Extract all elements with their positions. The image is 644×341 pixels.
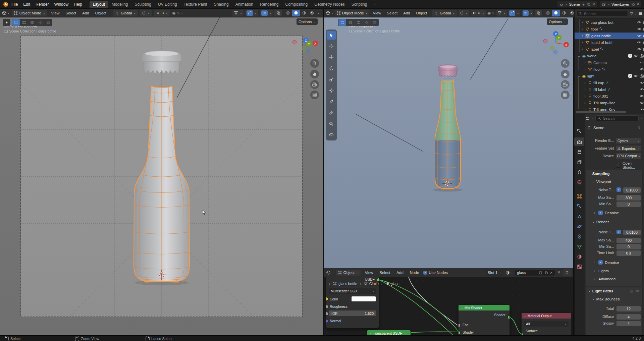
menu-render[interactable]: Render (33, 2, 51, 7)
props-tab-tool[interactable] (574, 127, 584, 135)
max-bounces-header[interactable]: ⌄Max Bounces (592, 297, 639, 301)
breadcrumb-object[interactable]: glass bottle (338, 282, 357, 286)
lights-subpanel[interactable]: ›Lights (593, 269, 609, 273)
advanced-subpanel[interactable]: ›Advanced (593, 277, 615, 281)
new-scene-icon[interactable] (587, 2, 591, 6)
hide-eye-icon[interactable] (637, 40, 641, 45)
nav-gizmo-left[interactable]: Z Y X (288, 32, 322, 59)
tool-extra[interactable] (327, 130, 336, 139)
sidebar-collapse-icon[interactable]: ‹ (570, 91, 572, 95)
outliner-row-floor-001[interactable]: › floor.001 (575, 93, 644, 99)
overlays-toggle-left[interactable]: ⌄ (260, 10, 273, 16)
select-extend-mode[interactable] (44, 19, 52, 26)
tab-shading[interactable]: Shading (211, 1, 232, 8)
outliner-row-liquid[interactable]: › liquid of bottl (575, 39, 644, 46)
color-input-socket[interactable] (326, 297, 328, 301)
camera-view-button-left[interactable] (310, 80, 319, 89)
use-nodes-checkbox[interactable]: ✓ (423, 271, 427, 275)
hide-eye-icon[interactable] (637, 27, 641, 31)
sampling-panel-header[interactable]: ⌄Sampling ∷∷ (588, 172, 639, 176)
material-browse[interactable]: ⌄ (505, 271, 513, 275)
outliner-search-input[interactable] (576, 11, 628, 16)
props-tab-viewlayer[interactable] (574, 158, 584, 166)
collection-checkbox[interactable]: ✓ (628, 54, 632, 58)
tool-rotate[interactable] (327, 64, 336, 73)
fake-user-icon[interactable] (539, 271, 542, 275)
props-tab-material[interactable] (574, 252, 584, 261)
tool-scale[interactable] (327, 75, 336, 84)
select-lasso-mode[interactable] (363, 19, 370, 26)
xray-toggle-left[interactable] (274, 10, 282, 16)
new-viewlayer-icon[interactable] (631, 2, 635, 6)
shading-solid-right[interactable] (552, 10, 560, 16)
open-shading-checkbox[interactable] (616, 163, 621, 168)
color-swatch[interactable] (351, 296, 376, 302)
preset-icon[interactable]: ☰ (636, 220, 639, 224)
props-tab-physics[interactable] (574, 222, 584, 231)
total-value[interactable]: 12 (616, 306, 641, 311)
select-box-mode[interactable] (12, 19, 20, 26)
outliner-row-label[interactable]: › label (575, 46, 644, 52)
bsdf-output-socket[interactable] (377, 278, 379, 282)
node-canvas[interactable]: BSDF Multiscatter GGX⌄ Color Roughness I… (324, 277, 573, 335)
viewlayer-selector[interactable]: ⌄ ViewLayer ✕ (600, 1, 641, 7)
editor-type-viewport-left[interactable]: ⌄ (2, 11, 10, 15)
collection-checkbox[interactable]: ✓ (628, 74, 632, 78)
nav-gizmo-right[interactable]: Z Y X (539, 31, 573, 58)
snap-group-left[interactable]: ∷⌄ (154, 10, 170, 16)
output-target-dropdown[interactable]: All⌄ (524, 321, 569, 327)
shading-wireframe-left[interactable] (284, 10, 292, 16)
shader-menu-select[interactable]: Select (377, 271, 392, 275)
snap-group-right[interactable]: ∷⌄ (471, 10, 486, 16)
hide-eye-icon[interactable] (640, 87, 644, 92)
overlays-toggle-right[interactable]: ⌄ (522, 10, 534, 16)
props-tab-texture[interactable] (574, 262, 584, 271)
menu-edit[interactable]: Edit (20, 2, 33, 7)
vp-left-menu-view[interactable]: View (49, 11, 62, 15)
pan-button-right[interactable] (561, 70, 570, 78)
surface-input-socket[interactable] (521, 333, 524, 335)
shader-menu-add[interactable]: Add (394, 271, 405, 275)
breadcrumb-material[interactable]: glass (391, 282, 399, 286)
shading-wireframe-right[interactable] (544, 10, 552, 16)
unlink-scene-icon[interactable]: ✕ (592, 2, 595, 6)
props-tab-modifiers[interactable] (574, 202, 584, 211)
ior-input-socket[interactable] (326, 312, 328, 316)
menu-window[interactable]: Window (51, 2, 71, 7)
gizmos-toggle-right[interactable]: ⌄ (508, 10, 520, 16)
shading-solid-left[interactable] (292, 10, 300, 16)
tab-rendering[interactable]: Rendering (257, 1, 282, 8)
r-max-value[interactable]: 400 (616, 238, 641, 243)
hide-eye-icon[interactable] (637, 47, 641, 51)
tab-animation[interactable]: Animation (232, 1, 257, 8)
glossy-value[interactable]: 4 (616, 321, 641, 326)
vp-noise-checkbox[interactable]: ✓ (616, 187, 621, 192)
active-tool-icon[interactable] (3, 19, 10, 26)
menu-help[interactable]: Help (71, 2, 85, 7)
proportional-edit-left[interactable]: ◉ ∿ ⌄ (172, 11, 183, 15)
node-mix-shader[interactable]: ⌄Mix Shader Shader Fac Shader (458, 304, 510, 335)
tool-cursor[interactable] (327, 42, 336, 51)
vp-left-menu-add[interactable]: Add (80, 11, 91, 15)
slot-dropdown[interactable]: Slot 1⌄ (486, 270, 503, 276)
r-min-value[interactable]: 0 (616, 244, 641, 249)
select-extend-mode[interactable] (371, 19, 378, 26)
outliner-row-light-collection[interactable]: ⌄ light ✓ (575, 73, 644, 79)
mode-dropdown-right[interactable]: Object Mode⌄ (335, 10, 369, 16)
hide-eye-icon[interactable] (637, 20, 641, 24)
pivot-dropdown-right[interactable]: ⌄ (459, 10, 469, 16)
vp-noise-value[interactable]: 0.1000 (623, 187, 641, 193)
vp-denoise-row[interactable]: ›✓ Denoise (593, 211, 619, 215)
properties-options-icon[interactable]: ⌄ (640, 117, 643, 120)
vp-right-menu-object[interactable]: Object (414, 11, 429, 15)
outliner-row-fill-cap[interactable]: › fill cap (575, 79, 644, 86)
hide-eye-icon[interactable] (640, 107, 644, 112)
tab-compositing[interactable]: Compositing (282, 1, 311, 8)
props-tab-scene[interactable] (574, 168, 584, 176)
pivot-dropdown-left[interactable]: ⌄ (140, 10, 152, 16)
outliner-filter[interactable]: ⌄ (630, 12, 637, 16)
vp-left-menu-select[interactable]: Select (63, 11, 78, 15)
options-button-left[interactable]: Options⌄ (297, 18, 318, 25)
viewport-left[interactable]: Camera Perspective (1) Scene Collection … (0, 17, 323, 335)
use-nodes-toggle[interactable]: ✓ Use Nodes (423, 271, 448, 275)
